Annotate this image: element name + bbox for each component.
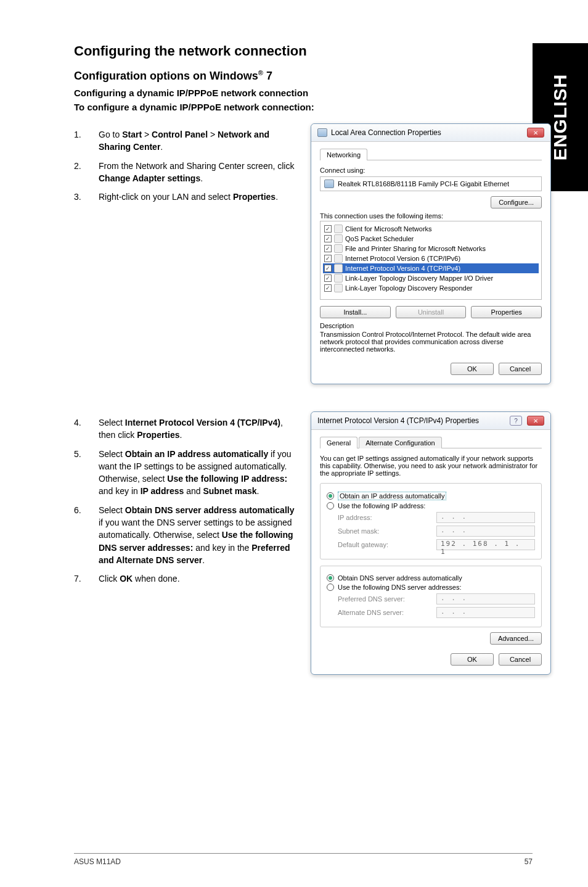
step-text: Right-click on your LAN and select Prope… — [99, 191, 296, 203]
list-item[interactable]: ✓Internet Protocol Version 6 (TCP/IPv6) — [323, 254, 539, 263]
step-3: 3. Right-click on your LAN and select Pr… — [74, 191, 296, 203]
item-label: Internet Protocol Version 4 (TCP/IPv4) — [345, 265, 460, 272]
tab-general[interactable]: General — [320, 437, 357, 448]
ok-button[interactable]: OK — [451, 653, 494, 666]
radio-icon[interactable] — [327, 584, 334, 591]
help-icon[interactable]: ? — [510, 416, 522, 426]
items-listbox[interactable]: ✓Client for Microsoft Networks ✓QoS Pack… — [320, 221, 542, 300]
steps-bottom: 4. Select Internet Protocol Version 4 (T… — [74, 416, 296, 585]
field-label: Subnet mask: — [338, 527, 436, 535]
ok-button[interactable]: OK — [451, 363, 494, 375]
description-text: Transmission Control Protocol/Internet P… — [320, 331, 542, 353]
footer-page-number: 57 — [525, 857, 533, 866]
properties-button[interactable]: Properties — [471, 306, 542, 318]
adapter-field: Realtek RTL8168B/8111B Family PCI-E Giga… — [320, 176, 542, 191]
subtitle-2: To configure a dynamic IP/PPPoE network … — [74, 102, 551, 112]
checkbox-icon[interactable]: ✓ — [324, 265, 332, 272]
network-icon — [317, 128, 327, 137]
step-number: 6. — [74, 504, 99, 566]
close-icon[interactable]: ✕ — [527, 416, 544, 426]
component-icon — [334, 264, 343, 273]
dialog-titlebar: Local Area Connection Properties ✕ — [311, 124, 550, 142]
field-label: IP address: — [338, 514, 436, 521]
subnet-row: Subnet mask: . . . — [338, 526, 535, 537]
list-item[interactable]: ✓File and Printer Sharing for Microsoft … — [323, 244, 539, 254]
ip-group: Obtain an IP address automatically Use t… — [320, 483, 542, 559]
list-item[interactable]: ✓Link-Layer Topology Discovery Mapper I/… — [323, 273, 539, 283]
field-label: Preferred DNS server: — [338, 595, 436, 603]
tab-networking[interactable]: Networking — [320, 149, 367, 160]
radio-label: Use the following DNS server addresses: — [338, 584, 462, 591]
radio-obtain-ip[interactable]: Obtain an IP address automatically — [327, 492, 535, 500]
field-label: Default gateway: — [338, 541, 436, 548]
step-number: 5. — [74, 448, 99, 498]
connect-using-label: Connect using: — [320, 167, 542, 174]
component-icon — [334, 234, 343, 243]
preferred-dns-input: . . . — [436, 593, 535, 604]
dialog-title-text: Internet Protocol Version 4 (TCP/IPv4) P… — [317, 416, 479, 425]
cancel-button[interactable]: Cancel — [499, 363, 542, 375]
dialog-titlebar: Internet Protocol Version 4 (TCP/IPv4) P… — [311, 412, 550, 430]
intro-text: You can get IP settings assigned automat… — [320, 455, 542, 477]
checkbox-icon[interactable]: ✓ — [324, 255, 332, 262]
list-item[interactable]: ✓Client for Microsoft Networks — [323, 224, 539, 234]
list-item[interactable]: ✓Link-Layer Topology Discovery Responder — [323, 283, 539, 293]
field-label: Alternate DNS server: — [338, 609, 436, 616]
step-2: 2. From the Network and Sharing Center s… — [74, 160, 296, 185]
registered-symbol: ® — [258, 69, 263, 76]
adapter-name: Realtek RTL8168B/8111B Family PCI-E Giga… — [338, 180, 509, 188]
close-icon[interactable]: ✕ — [527, 128, 544, 138]
step-1: 1. Go to Start > Control Panel > Network… — [74, 128, 296, 154]
radio-obtain-dns[interactable]: Obtain DNS server address automatically — [327, 574, 535, 582]
alternate-dns-row: Alternate DNS server: . . . — [338, 607, 535, 618]
step-text: From the Network and Sharing Center scre… — [99, 160, 296, 185]
step-text: Select Obtain DNS server address automat… — [99, 504, 296, 566]
step-number: 1. — [74, 128, 99, 154]
radio-icon[interactable] — [327, 492, 334, 500]
tab-strip: Networking — [320, 148, 542, 160]
item-label: Internet Protocol Version 6 (TCP/IPv6) — [345, 255, 460, 262]
footer-model: ASUS M11AD — [74, 857, 121, 866]
step-6: 6. Select Obtain DNS server address auto… — [74, 504, 296, 566]
radio-label: Obtain DNS server address automatically — [338, 574, 462, 582]
ipv4-properties-dialog: Internet Protocol Version 4 (TCP/IPv4) P… — [311, 411, 551, 675]
component-icon — [334, 284, 343, 292]
component-icon — [334, 225, 343, 233]
item-label: Link-Layer Topology Discovery Responder — [345, 284, 472, 292]
step-7: 7. Click OK when done. — [74, 572, 296, 585]
page-content: Configuring the network connection Confi… — [0, 0, 588, 699]
checkbox-icon[interactable]: ✓ — [324, 235, 332, 242]
step-text: Go to Start > Control Panel > Network an… — [99, 128, 296, 154]
step-number: 2. — [74, 160, 99, 185]
subtitle-1: Configuring a dynamic IP/PPPoE network c… — [74, 88, 551, 98]
preferred-dns-row: Preferred DNS server: . . . — [338, 593, 535, 604]
install-button[interactable]: Install... — [320, 306, 391, 318]
ip-address-input: . . . — [436, 512, 535, 523]
gateway-input: 192 . 168 . 1 . 1 — [436, 539, 535, 550]
subnet-input: . . . — [436, 526, 535, 537]
subheading-prefix: Configuration options on Windows — [74, 70, 258, 82]
checkbox-icon[interactable]: ✓ — [324, 284, 332, 292]
list-item[interactable]: ✓QoS Packet Scheduler — [323, 234, 539, 244]
list-item-selected[interactable]: ✓Internet Protocol Version 4 (TCP/IPv4) — [323, 263, 539, 273]
checkbox-icon[interactable]: ✓ — [324, 245, 332, 252]
configure-button[interactable]: Configure... — [491, 196, 542, 208]
dns-group: Obtain DNS server address automatically … — [320, 566, 542, 627]
component-icon — [334, 254, 343, 263]
radio-use-ip[interactable]: Use the following IP address: — [327, 502, 535, 510]
step-text: Select Internet Protocol Version 4 (TCP/… — [99, 416, 296, 442]
tab-alternate[interactable]: Alternate Configuration — [359, 437, 442, 448]
radio-use-dns[interactable]: Use the following DNS server addresses: — [327, 584, 535, 591]
checkbox-icon[interactable]: ✓ — [324, 225, 332, 233]
checkbox-icon[interactable]: ✓ — [324, 274, 332, 282]
radio-icon[interactable] — [327, 502, 334, 510]
steps-top: 1. Go to Start > Control Panel > Network… — [74, 128, 296, 203]
dialog-title-text: Local Area Connection Properties — [331, 128, 441, 137]
radio-icon[interactable] — [327, 574, 334, 582]
component-icon — [334, 244, 343, 253]
item-label: QoS Packet Scheduler — [345, 235, 414, 242]
gateway-row: Default gateway: 192 . 168 . 1 . 1 — [338, 539, 535, 550]
advanced-button[interactable]: Advanced... — [490, 632, 542, 645]
cancel-button[interactable]: Cancel — [499, 653, 542, 666]
tab-strip: General Alternate Configuration — [320, 436, 542, 448]
